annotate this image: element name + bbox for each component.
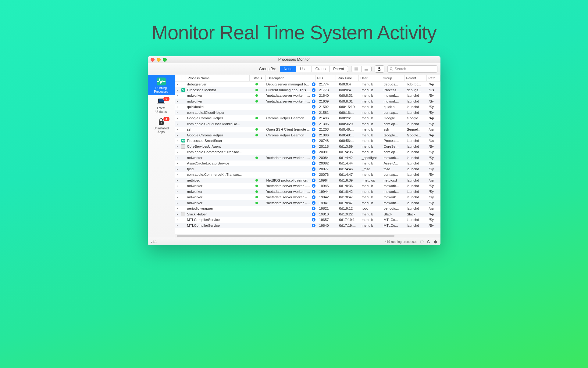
table-row[interactable]: ▸CoreServicesUIAgenti201150d1:3:59mehulb…	[175, 144, 440, 150]
disclosure-icon[interactable]: ▸	[177, 156, 178, 159]
table-row[interactable]: ▸com.apple.iCloudHelperi215810d0:16:...m…	[175, 110, 440, 116]
info-icon[interactable]: i	[312, 224, 315, 227]
info-icon[interactable]: i	[312, 139, 315, 143]
table-row[interactable]: ▸netbiosdNetBIOS protocol daemon. netbio…	[175, 178, 440, 183]
disclosure-icon[interactable]: ▸	[177, 218, 178, 221]
info-icon[interactable]: i	[312, 212, 315, 216]
view-expanded-button[interactable]	[362, 66, 371, 72]
table-row[interactable]: ▸debugserverDebug server managed by xcod…	[175, 81, 440, 87]
info-icon[interactable]: i	[312, 190, 315, 193]
info-icon[interactable]: i	[312, 201, 315, 205]
table-row[interactable]: ▸fpsdi200770d1:4:46_fpsdfpsdlaunchd/Sy	[175, 166, 440, 172]
col-status[interactable]: Status	[250, 75, 266, 81]
disclosure-icon[interactable]: ▸	[177, 105, 178, 108]
disclosure-icon[interactable]: ▸	[177, 100, 178, 103]
table-row[interactable]: ▸com.apple.CommerceKit.Transac...i200910…	[175, 149, 440, 155]
disclosure-icon[interactable]: ▸	[177, 94, 178, 97]
group-user-button[interactable]: User	[296, 66, 312, 72]
disclosure-icon[interactable]: ▸	[177, 201, 178, 204]
col-path[interactable]: Path	[427, 75, 440, 81]
disclosure-icon[interactable]: ▸	[177, 117, 178, 120]
zoom-icon[interactable]	[163, 58, 167, 62]
disclosure-icon[interactable]: ▸	[177, 111, 178, 114]
disclosure-icon[interactable]: ▸	[177, 139, 178, 142]
disclosure-icon[interactable]: ▸	[177, 207, 178, 210]
horizontal-scrollbar[interactable]	[175, 234, 440, 238]
info-icon[interactable]: i	[312, 184, 315, 188]
table-row[interactable]: ▸mdworker'metadata server worker' - A sp…	[175, 194, 440, 200]
table-row[interactable]: ▸MTLCompilerServicei196570d17:19:1mehulb…	[175, 217, 440, 223]
table-row[interactable]: ▸quicklookdi215920d0:15:19mehulbquicklo.…	[175, 104, 440, 110]
info-icon[interactable]: i	[312, 179, 315, 182]
info-icon[interactable]: i	[312, 195, 315, 199]
col-pid[interactable]: PID	[315, 75, 336, 81]
col-name[interactable]: Process Name	[186, 75, 250, 81]
info-icon[interactable]: i	[312, 207, 315, 210]
info-icon[interactable]: i	[312, 111, 315, 114]
table-row[interactable]: ▸Slack Helperi198100d1:9:22mehulbSlackSl…	[175, 211, 440, 217]
info-icon[interactable]: i	[312, 161, 315, 165]
disclosure-icon[interactable]: ▸	[177, 168, 178, 171]
info-icon[interactable]: i	[312, 218, 315, 222]
info-icon[interactable]: i	[312, 116, 315, 120]
disclosure-icon[interactable]: ▸	[177, 88, 178, 92]
disclosure-icon[interactable]: ▸	[177, 173, 178, 176]
close-icon[interactable]	[151, 58, 155, 62]
table-row[interactable]: ▸periodic-wrapperi198210d1:9:12rootperio…	[175, 206, 440, 211]
disclosure-icon[interactable]: ▸	[177, 134, 178, 137]
table-row[interactable]: ▸mdworker'metadata server worker' - A sp…	[175, 200, 440, 206]
sidebar-item-uninstalled-apps[interactable]: 4 UninstalledApps	[148, 115, 175, 135]
table-row[interactable]: ▸AssetCacheLocatorServicei200820d1:4:44m…	[175, 161, 440, 166]
info-icon[interactable]: i	[312, 105, 315, 109]
table-row[interactable]: ▸mdworker'metadata server worker' - A sp…	[175, 189, 440, 195]
disclosure-icon[interactable]: ▸	[177, 150, 178, 153]
info-icon[interactable]: i	[312, 128, 315, 131]
disclosure-icon[interactable]: ▸	[177, 83, 178, 86]
search-input[interactable]: Search	[387, 65, 437, 73]
user-details-button[interactable]	[375, 65, 384, 73]
disclosure-icon[interactable]: ▸	[177, 196, 178, 199]
table-row[interactable]: ▸com.apple.CommerceKit.Transac...i200760…	[175, 172, 440, 178]
disclosure-icon[interactable]: ▸	[177, 122, 178, 125]
table-row[interactable]: ▸Google Chrome HelperChrome Helper Deamo…	[175, 115, 440, 121]
disclosure-icon[interactable]: ▸	[177, 128, 178, 131]
info-icon[interactable]: i	[312, 94, 315, 97]
group-none-button[interactable]: None	[280, 66, 297, 72]
col-group[interactable]: Group	[381, 75, 404, 81]
table-row[interactable]: ▸sshOpen SSH Client (remote login pr...i…	[175, 127, 440, 132]
info-icon[interactable]: i	[312, 150, 315, 154]
col-desc[interactable]: Description	[266, 75, 315, 81]
disclosure-icon[interactable]: ▸	[177, 190, 178, 193]
table-row[interactable]: ▸mdworker'metadata server worker' - A sp…	[175, 93, 440, 99]
table-row[interactable]: ▸Processes-SmartScani207480d0:56:...mehu…	[175, 138, 440, 144]
table-row[interactable]: ▸Processes MonitorCurrent running app. T…	[175, 87, 440, 93]
table-row[interactable]: ▸mdworker'metadata server worker' - A sp…	[175, 183, 440, 189]
info-icon[interactable]: i	[312, 122, 315, 126]
sidebar-item-running-processes[interactable]: RunningProcesses	[148, 75, 175, 95]
table-row[interactable]: ▸MTLCompilerServicei196400d17:19:...mehu…	[175, 223, 440, 229]
group-group-button[interactable]: Group	[312, 66, 330, 72]
refresh-button[interactable]	[426, 240, 431, 244]
info-icon[interactable]: i	[312, 88, 315, 92]
col-run[interactable]: Run Time	[336, 75, 359, 81]
col-parent[interactable]: Parent	[404, 75, 427, 81]
group-parent-button[interactable]: Parent	[330, 66, 347, 72]
table-row[interactable]: ▸com.apple.CloudDocs.MobileDo...i213960d…	[175, 121, 440, 127]
sidebar-item-latest-updates[interactable]: 6 LatestUpdates	[148, 95, 175, 115]
info-icon[interactable]: i	[312, 99, 315, 103]
minimize-icon[interactable]	[157, 58, 161, 62]
disclosure-icon[interactable]: ▸	[177, 162, 178, 165]
table-row[interactable]: ▸Google Chrome HelperChrome Helper Deamo…	[175, 132, 440, 138]
disclosure-icon[interactable]: ▸	[177, 184, 178, 187]
disclosure-icon[interactable]: ▸	[177, 213, 178, 216]
info-icon[interactable]: i	[312, 145, 315, 148]
info-icon[interactable]: i	[312, 133, 315, 137]
table-row[interactable]: ▸mdworker'metadata server worker' - A sp…	[175, 155, 440, 161]
col-user[interactable]: User	[359, 75, 381, 81]
info-icon[interactable]: i	[312, 156, 315, 160]
disclosure-icon[interactable]: ▸	[177, 224, 178, 227]
disclosure-icon[interactable]: ▸	[177, 145, 178, 148]
settings-button[interactable]	[433, 240, 437, 244]
view-compact-button[interactable]	[351, 66, 362, 72]
disclosure-icon[interactable]: ▸	[177, 179, 178, 182]
